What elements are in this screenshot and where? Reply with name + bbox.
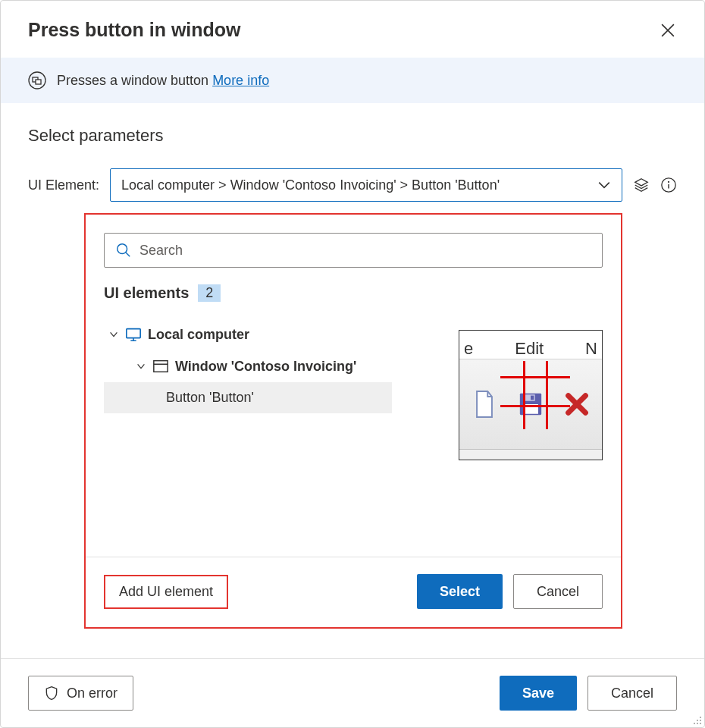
section-title: Select parameters [28, 126, 677, 146]
monitor-icon [125, 326, 142, 343]
delete-icon [564, 389, 590, 419]
dropdown-value: Local computer > Window 'Contoso Invoici… [121, 177, 500, 193]
shield-icon [44, 686, 59, 701]
ui-element-dropdown[interactable]: Local computer > Window 'Contoso Invoici… [110, 168, 622, 202]
chevron-down-icon [108, 329, 119, 340]
preview-menubar: e Edit N [459, 331, 602, 359]
dialog-title: Press button in window [28, 19, 241, 41]
dialog: Press button in window Presses a window … [0, 0, 705, 728]
on-error-button[interactable]: On error [28, 676, 133, 711]
elements-header: UI elements 2 [104, 284, 603, 302]
close-icon [661, 24, 675, 37]
search-input[interactable] [139, 243, 591, 259]
search-box[interactable] [104, 233, 603, 268]
chevron-down-icon [136, 361, 146, 372]
ui-element-popover: UI elements 2 Local computer Window 'Con… [84, 213, 622, 629]
scrollbar [459, 449, 602, 460]
svg-point-17 [700, 723, 701, 724]
save-button[interactable]: Save [500, 676, 577, 711]
save-disk-icon [518, 389, 544, 419]
popover-cancel-button[interactable]: Cancel [513, 574, 603, 609]
svg-point-13 [697, 720, 698, 721]
svg-point-15 [694, 723, 695, 724]
svg-point-16 [697, 723, 698, 724]
svg-point-12 [700, 717, 701, 718]
header: Press button in window [1, 1, 704, 58]
svg-rect-6 [127, 329, 140, 338]
info-banner: Presses a window button More info [1, 58, 704, 103]
svg-rect-11 [531, 396, 534, 400]
element-preview: e Edit N [459, 330, 603, 460]
dialog-footer: On error Save Cancel [1, 658, 704, 727]
preview-toolbar [459, 359, 602, 449]
add-ui-element-button[interactable]: Add UI element [104, 575, 228, 609]
tree-item-button[interactable]: Button 'Button' [104, 382, 392, 413]
svg-point-4 [668, 181, 669, 183]
svg-point-5 [118, 244, 127, 254]
chevron-down-icon [597, 178, 611, 192]
document-icon [472, 389, 497, 419]
banner-text: Presses a window button More info [57, 73, 269, 89]
info-icon[interactable] [660, 177, 677, 193]
select-button[interactable]: Select [417, 574, 503, 609]
param-row: UI Element: Local computer > Window 'Con… [28, 168, 677, 202]
param-label: UI Element: [28, 177, 99, 193]
window-icon [152, 358, 169, 375]
window-icon [28, 71, 46, 89]
search-icon [115, 242, 132, 259]
popover-footer: Add UI element Select Cancel [86, 557, 621, 627]
svg-point-14 [700, 720, 701, 721]
close-button[interactable] [659, 21, 677, 39]
more-info-link[interactable]: More info [212, 73, 269, 88]
layers-icon[interactable] [633, 177, 650, 193]
svg-rect-2 [36, 80, 41, 84]
dialog-cancel-button[interactable]: Cancel [588, 676, 677, 711]
svg-rect-7 [154, 361, 168, 372]
count-badge: 2 [198, 284, 221, 302]
resize-handle-icon[interactable] [692, 715, 703, 726]
